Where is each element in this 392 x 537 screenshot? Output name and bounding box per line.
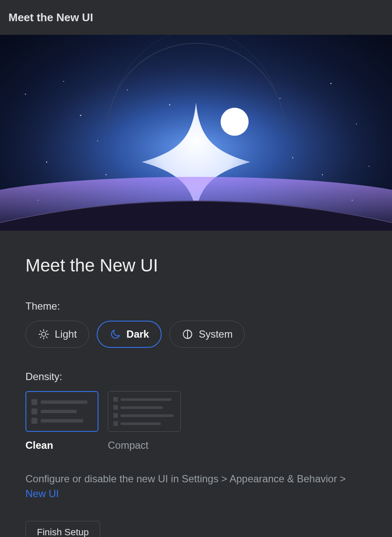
density-preview-clean [25,391,98,432]
theme-option-dark[interactable]: Dark [97,321,162,348]
density-options: Clean Compact [25,391,367,451]
hero-illustration [0,35,392,231]
theme-option-label: Light [55,328,77,340]
contrast-icon [182,328,193,340]
svg-line-27 [46,331,47,332]
content-area: Meet the New UI Theme: Light [0,231,392,537]
density-label: Density: [25,371,367,383]
titlebar: Meet the New UI [0,0,392,35]
density-preview-compact [108,391,181,432]
svg-point-8 [97,140,98,141]
page-title: Meet the New UI [25,255,367,276]
svg-line-24 [40,331,41,332]
svg-point-14 [369,166,370,167]
svg-point-1 [25,94,26,95]
svg-point-7 [169,104,171,106]
svg-point-3 [63,81,64,82]
new-ui-link[interactable]: New UI [25,488,59,499]
svg-point-19 [42,332,46,336]
theme-option-light[interactable]: Light [25,321,89,348]
density-option-label: Compact [108,439,181,451]
svg-line-25 [46,337,47,338]
svg-point-2 [46,162,48,163]
hint-text: Configure or disable the new UI in Setti… [25,473,346,484]
sun-icon [38,328,50,340]
svg-point-11 [322,174,323,175]
theme-label: Theme: [25,300,367,312]
theme-option-system[interactable]: System [169,321,245,348]
svg-point-5 [106,174,107,176]
svg-point-10 [292,157,294,159]
theme-option-label: System [199,328,232,340]
svg-point-13 [356,123,357,124]
svg-point-9 [280,98,280,99]
svg-line-26 [40,337,41,338]
settings-hint: Configure or disable the new UI in Setti… [25,472,365,501]
svg-point-17 [221,108,249,136]
svg-point-12 [330,83,332,84]
svg-point-4 [80,115,81,116]
moon-icon [109,328,121,340]
density-option-compact[interactable]: Compact [108,391,181,451]
density-option-label: Clean [25,439,98,451]
theme-options: Light Dark System [25,321,367,348]
window-title: Meet the New UI [8,11,93,24]
svg-point-6 [127,90,128,90]
theme-option-label: Dark [126,328,149,340]
density-option-clean[interactable]: Clean [25,391,98,451]
finish-setup-button[interactable]: Finish Setup [25,521,100,537]
